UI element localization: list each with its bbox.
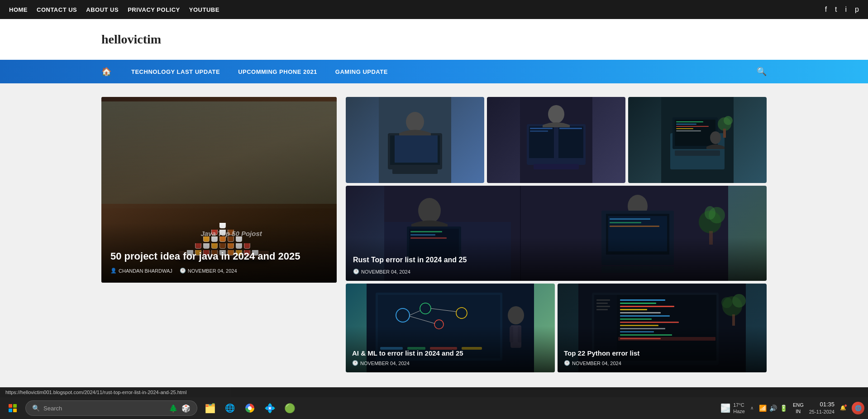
weather-widget[interactable]: 🌫️ 17°C Haze — [720, 402, 745, 415]
svg-rect-78 — [596, 306, 610, 307]
top-card-1[interactable] — [346, 97, 484, 183]
bottom-card-2-date: 🕐 NOVEMBER 04, 2024 — [564, 360, 760, 366]
search-dice-icon: 🎲 — [181, 404, 191, 413]
nav-technology[interactable]: TECHNOLOGY LAST UPDATE — [122, 60, 229, 83]
win-sq-red — [9, 404, 12, 408]
main-nav: 🏠 TECHNOLOGY LAST UPDATE UPCOMMING PHONE… — [0, 60, 868, 83]
svg-rect-82 — [620, 306, 674, 307]
svg-point-35 — [418, 198, 441, 223]
search-icon[interactable]: 🔍 — [757, 67, 767, 77]
win-sq-yellow — [13, 409, 17, 412]
twitter-icon[interactable]: t — [835, 5, 837, 14]
post-date: NOVEMBER 04, 2024 — [188, 268, 237, 274]
notification-icon[interactable]: 🔔 — [840, 405, 846, 411]
bottom-card-1[interactable]: AI & ML to error list in 2024 and 25 🕐 N… — [346, 284, 555, 372]
file-explorer-icon: 🗂️ — [205, 403, 216, 414]
bottom-card-2-title: Top 22 Python error list — [564, 349, 760, 358]
win-sq-blue — [9, 409, 12, 412]
bottom-card-2[interactable]: Top 22 Python error list 🕐 NOVEMBER 04, … — [558, 284, 767, 372]
taskbar: 🔍 Search 🌲 🎲 🗂️ 🌐 💠 🟢 🌫️ 1 — [0, 397, 868, 419]
search-placeholder: Search — [43, 405, 62, 412]
bottom-row-cards: AI & ML to error list in 2024 and 25 🕐 N… — [346, 284, 767, 372]
taskbar-overflow[interactable]: ∧ — [750, 405, 754, 410]
chrome-app[interactable] — [241, 399, 259, 417]
card-1-image — [346, 97, 484, 183]
svg-rect-23 — [723, 129, 726, 138]
svg-rect-3 — [392, 167, 438, 174]
taskbar-time[interactable]: 01:35 25-11-2024 — [809, 400, 835, 416]
svg-rect-47 — [610, 222, 641, 223]
svg-point-32 — [710, 131, 721, 144]
svg-rect-25 — [675, 120, 715, 146]
another-app[interactable]: 🟢 — [281, 399, 299, 417]
bottom-card-2-overlay: Top 22 Python error list 🕐 NOVEMBER 04, … — [558, 326, 767, 373]
svg-rect-46 — [610, 218, 650, 220]
nav-about[interactable]: ABOUT US — [86, 6, 119, 13]
svg-rect-14 — [530, 128, 553, 129]
pinterest-icon[interactable]: p — [855, 5, 859, 14]
bottom-card-1-overlay: AI & ML to error list in 2024 and 25 🕐 N… — [346, 326, 555, 373]
chrome-icon — [245, 404, 254, 413]
bottom-card-1-title: AI & ML to error list in 2024 and 25 — [352, 349, 548, 358]
svg-point-68 — [508, 306, 524, 324]
taskbar-avatar[interactable]: 🌐 — [852, 402, 864, 414]
search-glass-icon: 🔍 — [32, 405, 40, 412]
svg-rect-77 — [596, 303, 608, 304]
home-icon[interactable]: 🏠 — [101, 67, 111, 77]
battery-icon[interactable]: 🔋 — [780, 405, 787, 412]
nav-privacy[interactable]: PRIVACY POLICY — [128, 6, 180, 13]
date-value: 25-11-2024 — [809, 409, 835, 415]
nav-youtube[interactable]: YOUTUBE — [189, 6, 219, 13]
svg-rect-84 — [620, 312, 661, 313]
file-explorer-app[interactable]: 🗂️ — [201, 399, 219, 417]
card-3-image — [628, 97, 767, 183]
middle-card-overlay: Rust Top error list in 2024 and 25 🕐 NOV… — [346, 237, 767, 281]
card-2-image — [487, 97, 625, 183]
weather-text: 17°C Haze — [733, 402, 745, 415]
taskbar-search[interactable]: 🔍 Search 🌲 🎲 — [25, 400, 197, 416]
author-name: CHANDAN BHARDWAJ — [119, 268, 172, 274]
clock-icon: 🕐 — [353, 269, 359, 275]
facebook-icon[interactable]: f — [825, 5, 827, 14]
nav-upcoming-phone[interactable]: UPCOMMING PHONE 2021 — [229, 60, 326, 83]
app-icon-5: 🟢 — [284, 403, 296, 414]
weather-icon: 🌫️ — [720, 403, 730, 413]
middle-card[interactable]: Rust Top error list in 2024 and 25 🕐 NOV… — [346, 186, 767, 281]
svg-rect-26 — [676, 121, 703, 122]
featured-post-title: 50 project idea for java in 2024 and 202… — [110, 250, 328, 263]
nav-contact[interactable]: CONTACT US — [37, 6, 77, 13]
instagram-icon[interactable]: i — [845, 5, 847, 14]
start-button[interactable] — [4, 399, 22, 417]
top-card-3[interactable] — [628, 97, 767, 183]
featured-post[interactable]: Java Top 50 Pojost 50 project idea for j… — [101, 97, 337, 283]
clock-icon: 🕐 — [352, 360, 358, 366]
lang-top: ENG — [793, 402, 804, 408]
middle-card-title: Rust Top error list in 2024 and 25 — [353, 255, 759, 265]
lang-bottom: IN — [793, 408, 804, 414]
clock-icon: 🕐 — [180, 268, 186, 274]
clock-icon: 🕐 — [564, 360, 570, 366]
wifi-icon[interactable]: 📶 — [759, 405, 767, 412]
svg-point-95 — [732, 294, 746, 308]
bottom-card-1-date: 🕐 NOVEMBER 04, 2024 — [352, 360, 548, 366]
nav-home[interactable]: HOME — [9, 6, 28, 13]
svg-rect-85 — [620, 315, 670, 317]
top-nav-social: f t i p — [825, 5, 859, 14]
avatar-icon: 🌐 — [855, 405, 862, 411]
volume-icon[interactable]: 🔊 — [769, 405, 777, 412]
language-indicator[interactable]: ENG IN — [793, 402, 804, 415]
top-row-cards — [346, 97, 767, 183]
main-content: Java Top 50 Pojost 50 project idea for j… — [0, 83, 868, 386]
edge-browser-app[interactable]: 🌐 — [221, 399, 239, 417]
svg-rect-81 — [620, 303, 656, 304]
nav-gaming[interactable]: GAMING UPDATE — [326, 60, 397, 83]
svg-rect-76 — [596, 299, 610, 301]
top-card-2[interactable] — [487, 97, 625, 183]
svg-point-6 — [406, 112, 424, 132]
win-sq-green — [13, 404, 17, 408]
vscode-app[interactable]: 💠 — [261, 399, 279, 417]
right-grid: Rust Top error list in 2024 and 25 🕐 NOV… — [346, 97, 767, 372]
svg-point-96 — [721, 297, 732, 308]
svg-rect-80 — [620, 299, 665, 301]
status-bar: https://hellovictim001.blogspot.com/2024… — [0, 387, 868, 397]
